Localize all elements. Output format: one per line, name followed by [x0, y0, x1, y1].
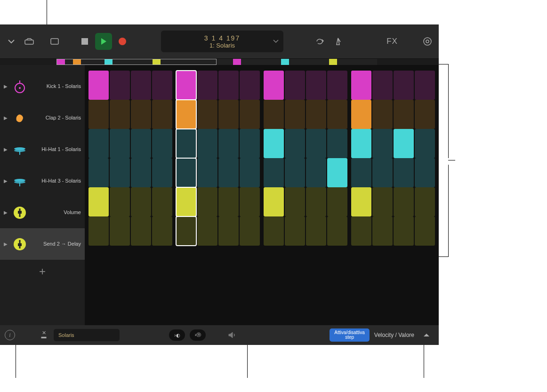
play-row-icon[interactable]: ▶: [4, 84, 8, 89]
record-button[interactable]: [115, 34, 130, 49]
step-cell[interactable]: [152, 187, 172, 216]
track-row-clap[interactable]: ▶Clap 2 - Solaris: [0, 102, 85, 134]
step-cell[interactable]: [131, 158, 151, 187]
step-cell[interactable]: [351, 216, 371, 246]
preview-sound-button[interactable]: [225, 328, 240, 343]
step-cell[interactable]: [415, 187, 435, 216]
step-cell[interactable]: [285, 129, 305, 158]
step-cell[interactable]: [394, 187, 414, 216]
step-cell[interactable]: [218, 187, 239, 216]
play-row-icon[interactable]: ▶: [4, 178, 8, 184]
step-cell[interactable]: [110, 129, 130, 158]
cycle-button[interactable]: [313, 34, 328, 49]
step-cell[interactable]: [306, 129, 326, 158]
track-row-kick[interactable]: ▶Kick 1 - Solaris: [0, 71, 85, 102]
expand-button[interactable]: [419, 328, 434, 343]
step-cell[interactable]: [240, 71, 260, 100]
step-cell[interactable]: [88, 158, 109, 187]
step-cell[interactable]: [351, 71, 371, 100]
step-toggle-button[interactable]: Attiva/disattivastep: [330, 328, 369, 342]
stop-button[interactable]: [77, 34, 92, 49]
step-cell[interactable]: [285, 187, 305, 216]
step-cell[interactable]: [327, 71, 347, 100]
step-cell[interactable]: [372, 71, 393, 100]
step-cell[interactable]: [110, 158, 130, 187]
step-cell[interactable]: [264, 71, 284, 100]
step-cell[interactable]: [372, 129, 393, 158]
metronome-button[interactable]: [330, 34, 346, 49]
step-cell[interactable]: [264, 187, 284, 216]
lcd-display[interactable]: 3 1 4 197 1: Solaris: [161, 31, 283, 52]
track-row-hh3[interactable]: ▶Hi-Hat 3 - Solaris: [0, 165, 85, 197]
step-cell[interactable]: [176, 216, 196, 246]
pattern-overview[interactable]: [0, 59, 439, 65]
step-cell[interactable]: [176, 158, 196, 187]
edit-mode-display[interactable]: Velocity / Valore: [374, 332, 414, 338]
step-cell[interactable]: [415, 100, 435, 129]
step-cell[interactable]: [218, 71, 239, 100]
add-track-button[interactable]: +: [0, 260, 85, 283]
step-cell[interactable]: [306, 187, 326, 216]
play-button[interactable]: [95, 33, 112, 50]
step-cell[interactable]: [327, 187, 347, 216]
step-cell[interactable]: [176, 100, 196, 129]
step-cell[interactable]: [415, 216, 435, 246]
step-cell[interactable]: [285, 216, 305, 246]
play-row-icon[interactable]: ▶: [4, 147, 8, 152]
step-cell[interactable]: [394, 71, 414, 100]
step-cell[interactable]: [264, 158, 284, 187]
step-cell[interactable]: [152, 100, 172, 129]
track-row-hh1[interactable]: ▶Hi-Hat 1 - Solaris: [0, 134, 85, 165]
step-cell[interactable]: [372, 158, 393, 187]
step-cell[interactable]: [351, 129, 371, 158]
step-cell[interactable]: [327, 216, 347, 246]
step-cell[interactable]: [176, 187, 196, 216]
step-cell[interactable]: [110, 187, 130, 216]
step-cell[interactable]: [351, 100, 371, 129]
step-cell[interactable]: [264, 216, 284, 246]
step-cell[interactable]: [131, 187, 151, 216]
step-cell[interactable]: [218, 100, 239, 129]
step-cell[interactable]: [218, 158, 239, 187]
step-cell[interactable]: [131, 71, 151, 100]
view-menu-button[interactable]: [4, 34, 19, 49]
step-cell[interactable]: [240, 216, 260, 246]
step-cell[interactable]: [197, 71, 217, 100]
step-cell[interactable]: [218, 216, 239, 246]
delete-button[interactable]: ✕ ▬: [39, 331, 49, 338]
play-row-icon[interactable]: ▶: [4, 115, 8, 120]
step-cell[interactable]: [197, 187, 217, 216]
step-cell[interactable]: [394, 216, 414, 246]
step-cell[interactable]: [285, 158, 305, 187]
step-cell[interactable]: [110, 71, 130, 100]
step-cell[interactable]: [240, 100, 260, 129]
step-cell[interactable]: [131, 100, 151, 129]
step-cell[interactable]: [306, 216, 326, 246]
step-cell[interactable]: [152, 129, 172, 158]
step-cell[interactable]: [110, 216, 130, 246]
step-cell[interactable]: [197, 216, 217, 246]
step-cell[interactable]: [152, 158, 172, 187]
step-cell[interactable]: [152, 216, 172, 246]
step-cell[interactable]: [197, 100, 217, 129]
step-cell[interactable]: [327, 158, 347, 187]
step-cell[interactable]: [372, 100, 393, 129]
step-cell[interactable]: [218, 129, 239, 158]
step-cell[interactable]: [306, 100, 326, 129]
rec-mode-button[interactable]: ›Ⓡ: [190, 329, 206, 341]
step-cell[interactable]: [415, 158, 435, 187]
step-cell[interactable]: [394, 129, 414, 158]
step-cell[interactable]: [88, 187, 109, 216]
step-cell[interactable]: [152, 71, 172, 100]
step-cell[interactable]: [327, 129, 347, 158]
step-cell[interactable]: [285, 100, 305, 129]
step-cell[interactable]: [264, 100, 284, 129]
step-cell[interactable]: [131, 129, 151, 158]
play-row-icon[interactable]: ▶: [4, 241, 8, 247]
palette-button[interactable]: ›◐: [169, 329, 185, 341]
step-cell[interactable]: [110, 100, 130, 129]
step-cell[interactable]: [306, 71, 326, 100]
step-cell[interactable]: [372, 216, 393, 246]
step-cell[interactable]: [88, 129, 109, 158]
step-cell[interactable]: [372, 187, 393, 216]
